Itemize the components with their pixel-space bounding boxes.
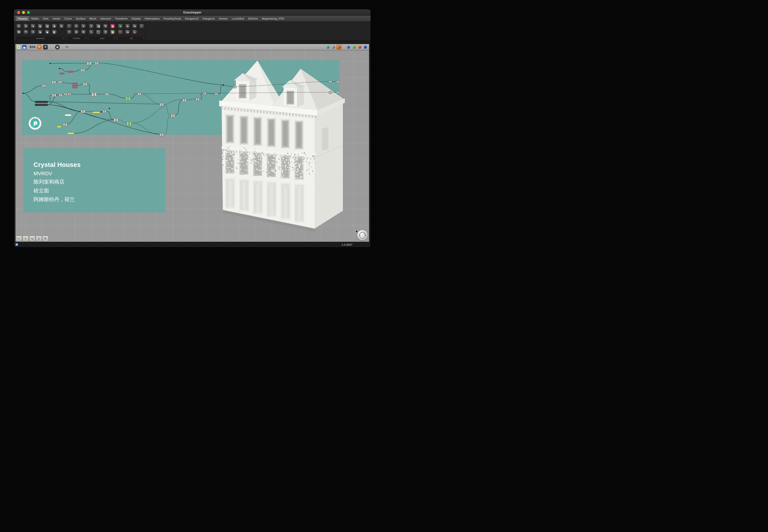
chevron-down-icon[interactable]: ▾	[114, 37, 115, 39]
building-detail	[247, 164, 247, 165]
circle-param-icon[interactable]: ◍	[38, 24, 43, 29]
jump-icon[interactable]: ➡	[125, 30, 130, 35]
building-detail	[293, 169, 294, 170]
integer-icon[interactable]: 7	[67, 30, 72, 35]
tab-magnetizing_fpg[interactable]: Magnetizing_FPG	[260, 16, 286, 21]
cherry-picker-icon[interactable]: ••	[118, 30, 123, 35]
point-icon[interactable]: ●	[31, 24, 36, 29]
gradient-icon[interactable]: ▦	[110, 24, 115, 29]
zoom-extents-icon[interactable]: ✛	[43, 45, 48, 49]
key-icon[interactable]: ✦	[31, 30, 36, 35]
tab-elefront[interactable]: Elefront	[247, 16, 260, 21]
lock-status-icon[interactable]	[15, 243, 18, 246]
box-icon[interactable]: ▤	[45, 24, 50, 29]
tab-mesh[interactable]: Mesh	[88, 16, 98, 21]
new-document-icon[interactable]	[17, 45, 21, 49]
paintbrush-icon[interactable]: ✎	[65, 44, 70, 50]
surface-icon[interactable]: ◧	[52, 30, 57, 35]
tab-surface[interactable]: Surface	[74, 16, 87, 21]
preview-off-icon[interactable]	[325, 45, 330, 49]
chevron-down-icon[interactable]: ▾	[85, 37, 86, 39]
maximize-window-icon[interactable]	[27, 11, 30, 14]
flask-icon[interactable]: ▲	[132, 30, 137, 35]
cancel-icon[interactable]: ✖	[16, 30, 22, 35]
tab-curve[interactable]: Curve	[63, 16, 74, 21]
gauge-widget-icon[interactable]: ▯	[36, 236, 42, 241]
building-detail	[247, 170, 248, 170]
building-detail	[258, 159, 259, 160]
arrow-icon[interactable]: ➤	[23, 24, 29, 29]
building-detail	[265, 167, 266, 168]
palette-group-label[interactable]: Input▾	[89, 37, 115, 40]
palette-group-label[interactable]: Primitive▾	[67, 37, 86, 40]
tab-human[interactable]: Human	[217, 16, 230, 21]
mesh-icon[interactable]: ◆	[45, 30, 50, 35]
building-detail	[302, 163, 303, 164]
palette-group-label[interactable]: Geometry▾	[16, 37, 64, 40]
orange-gem-icon[interactable]	[357, 45, 362, 49]
canvas-group-region[interactable]	[22, 60, 339, 135]
preview-wire-icon[interactable]	[331, 45, 336, 49]
tab-heteroptera[interactable]: Heteroptera	[143, 16, 161, 21]
graph-widget-icon[interactable]: ∿	[29, 236, 35, 241]
cursor-icon[interactable]: ✛	[16, 24, 22, 29]
binary-icon[interactable]: 01	[74, 24, 79, 29]
panel-icon[interactable]: ☰	[103, 30, 108, 35]
point-widget-icon[interactable]: ●	[23, 236, 29, 241]
building-detail	[299, 166, 300, 167]
tab-lunchbox[interactable]: LunchBox	[230, 16, 246, 21]
tab-display[interactable]: Display	[130, 16, 142, 21]
blue-gem-icon[interactable]	[346, 45, 351, 49]
snowflake-icon[interactable]: ❄	[59, 24, 64, 29]
preview-eye-icon[interactable]: ◉	[55, 45, 60, 49]
tab-sets[interactable]: Sets	[41, 16, 50, 21]
star-icon[interactable]: ✶	[81, 24, 86, 29]
chevron-down-icon[interactable]: ▾	[63, 37, 64, 39]
tab-transform[interactable]: Transform	[113, 16, 129, 21]
asterisk-icon[interactable]: ✷	[81, 30, 86, 35]
cluster-icon[interactable]: ◐	[139, 24, 144, 29]
toggle-icon[interactable]: ◨	[96, 24, 101, 29]
building-detail	[240, 151, 248, 175]
rotate-widget-icon[interactable]: ↻	[42, 236, 48, 241]
value-list-icon[interactable]: ▼	[103, 24, 108, 29]
tab-params[interactable]: Params	[16, 16, 29, 21]
knob-icon[interactable]: ◯	[96, 30, 101, 35]
grasshopper-canvas[interactable]: Easy Ref Crystal Houses MVRDV 陈列室和商店 砖立面…	[15, 50, 369, 242]
relay-icon[interactable]: ➡	[132, 24, 137, 29]
building-detail	[295, 154, 296, 155]
tree-icon[interactable]: ♣	[125, 24, 130, 29]
tab-maths[interactable]: Maths	[30, 16, 41, 21]
preview-shaded-icon[interactable]	[337, 45, 341, 49]
project-text-card: Crystal Houses MVRDV 陈列室和商店 砖立面 阿姆斯特丹，荷兰	[23, 148, 165, 212]
title-bar[interactable]: Grasshopper	[14, 9, 371, 16]
building-detail	[250, 153, 252, 154]
green-gem-icon[interactable]	[351, 45, 356, 49]
clock-icon[interactable]: ◔	[67, 24, 72, 29]
slider-widget-icon[interactable]: ⊢	[16, 236, 22, 241]
brep-icon[interactable]: ■	[52, 24, 57, 29]
diamond-icon[interactable]: ◈	[38, 30, 43, 35]
save-icon[interactable]	[22, 45, 26, 49]
building-detail	[282, 176, 283, 177]
building-detail	[300, 177, 302, 178]
tab-kangaroo2[interactable]: Kangaroo2	[183, 16, 200, 21]
chevron-down-icon[interactable]: ▾	[143, 37, 144, 39]
tab-intersect[interactable]: Intersect	[98, 16, 113, 21]
tab-kangaroo[interactable]: Kangaroo	[201, 16, 217, 21]
palette-group-label[interactable]: Util▾	[118, 37, 144, 40]
graph-mapper-icon[interactable]: ∿	[89, 30, 94, 35]
navy-gem-icon[interactable]	[363, 45, 368, 49]
text-icon[interactable]: A	[74, 30, 79, 35]
zoom-dropdown-icon[interactable]: ▼	[37, 45, 41, 49]
import-icon[interactable]: ↧	[89, 24, 94, 29]
minimize-window-icon[interactable]	[22, 11, 25, 14]
sapling-icon[interactable]: ♣	[118, 24, 123, 29]
curve-icon[interactable]: ↷	[23, 30, 29, 35]
tab-panelingtools[interactable]: PanelingTools	[162, 16, 183, 21]
close-window-icon[interactable]	[17, 11, 20, 14]
tab-vector[interactable]: Vector	[51, 16, 62, 21]
colour-swatch-icon[interactable]: ▦	[110, 30, 115, 35]
building-detail	[235, 150, 236, 151]
building-detail	[222, 152, 223, 153]
